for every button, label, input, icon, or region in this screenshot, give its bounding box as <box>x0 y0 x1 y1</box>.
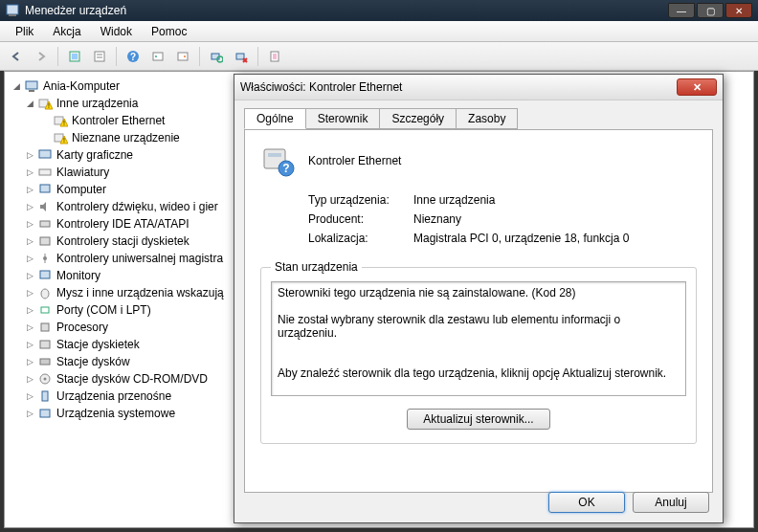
svg-rect-15 <box>236 54 244 59</box>
menu-help[interactable]: Pomoc <box>142 23 196 40</box>
warning-device-icon: ! <box>53 130 68 145</box>
svg-point-39 <box>41 289 49 299</box>
svg-rect-30 <box>39 150 51 158</box>
display-icon <box>37 147 53 163</box>
expand-icon[interactable]: ▷ <box>24 235 35 247</box>
toolbar-icon[interactable] <box>89 46 110 67</box>
tab-strip: Ogólne Sterownik Szczegóły Zasoby <box>244 108 713 130</box>
node-label: Stacje dysków CD-ROM/DVD <box>56 372 208 386</box>
info-row-type: Typ urządzenia: Inne urządzenia <box>308 193 697 207</box>
expand-icon[interactable]: ▷ <box>24 304 35 316</box>
tab-panel-general: ? Kontroler Ethernet Typ urządzenia: Inn… <box>244 129 713 493</box>
sound-icon <box>37 199 53 214</box>
svg-rect-0 <box>7 5 18 14</box>
toolbar-icon[interactable] <box>147 46 168 67</box>
keyboard-icon <box>37 165 53 180</box>
node-label: Procesory <box>56 321 108 334</box>
toolbar-icon[interactable] <box>172 46 193 67</box>
main-titlebar: Menedżer urządzeń — ▢ ✕ <box>0 0 758 21</box>
menu-view[interactable]: Widok <box>91 23 142 40</box>
toolbar-separator <box>199 47 200 66</box>
cpu-icon <box>37 320 53 335</box>
svg-rect-3 <box>72 54 78 59</box>
portable-icon <box>37 388 53 404</box>
dvd-icon <box>37 371 53 387</box>
properties-dialog: Właściwości: Kontroler Ethernet ✕ Ogólne… <box>234 74 724 523</box>
mouse-icon <box>37 285 53 300</box>
dialog-close-button[interactable]: ✕ <box>677 78 717 96</box>
tab-resources[interactable]: Zasoby <box>456 108 518 129</box>
svg-rect-40 <box>41 307 49 313</box>
tab-details[interactable]: Szczegóły <box>379 108 457 129</box>
cancel-button[interactable]: Anuluj <box>633 492 709 513</box>
close-button[interactable]: ✕ <box>725 3 752 18</box>
svg-rect-11 <box>178 53 188 60</box>
node-label: Urządzenia przenośne <box>56 389 171 403</box>
expand-icon[interactable]: ▷ <box>24 356 35 367</box>
expand-icon[interactable]: ▷ <box>24 184 35 195</box>
minimize-button[interactable]: — <box>668 3 695 18</box>
expand-icon[interactable]: ▷ <box>24 253 35 264</box>
svg-point-12 <box>184 55 186 57</box>
window-title: Menedżer urządzeń <box>25 4 666 17</box>
floppy-controller-icon <box>37 233 53 249</box>
node-label: Stacje dysków <box>56 355 130 368</box>
node-label: Kontroler Ethernet <box>72 114 165 127</box>
update-driver-button[interactable]: Aktualizuj sterownik... <box>407 409 549 430</box>
svg-rect-4 <box>95 52 104 61</box>
node-label: Mysz i inne urządzenia wskazują <box>56 286 224 299</box>
node-label: Komputer <box>56 183 106 196</box>
expand-icon[interactable]: ▷ <box>24 166 35 178</box>
expand-icon[interactable]: ▷ <box>24 390 35 402</box>
svg-rect-9 <box>153 53 163 60</box>
toolbar-separator <box>116 47 117 66</box>
node-label: Kontrolery dźwięku, wideo i gier <box>56 200 218 213</box>
toolbar-separator <box>257 47 258 66</box>
expand-icon[interactable]: ▷ <box>24 408 35 419</box>
expand-icon[interactable]: ▷ <box>24 339 35 350</box>
type-value: Inne urządzenia <box>413 193 697 207</box>
svg-rect-20 <box>29 90 34 92</box>
mfr-value: Nieznany <box>413 212 697 226</box>
expand-icon[interactable]: ▷ <box>24 218 35 230</box>
collapse-icon[interactable]: ◢ <box>11 80 22 92</box>
warning-device-icon: ! <box>53 113 68 128</box>
menubar: Plik Akcja Widok Pomoc <box>0 21 758 42</box>
node-label: Stacje dyskietek <box>56 338 140 351</box>
computer-icon <box>24 78 39 94</box>
tab-driver[interactable]: Sterownik <box>305 108 381 129</box>
ide-icon <box>37 216 53 232</box>
forward-button[interactable] <box>31 46 52 67</box>
node-label: Klawiatury <box>56 166 109 179</box>
toolbar-icon[interactable] <box>64 46 85 67</box>
node-label: Ania-Komputer <box>43 79 120 93</box>
maximize-button[interactable]: ▢ <box>697 3 724 18</box>
ok-button[interactable]: OK <box>548 492 625 513</box>
uninstall-button[interactable] <box>231 46 252 67</box>
usb-icon <box>37 251 53 266</box>
app-icon <box>6 4 19 17</box>
expand-icon[interactable]: ▷ <box>24 270 35 281</box>
dialog-titlebar[interactable]: Właściwości: Kontroler Ethernet ✕ <box>234 75 723 100</box>
expand-icon[interactable]: ▷ <box>24 201 35 212</box>
node-label: Porty (COM i LPT) <box>56 303 151 317</box>
device-name: Kontroler Ethernet <box>308 154 401 167</box>
menu-file[interactable]: Plik <box>6 23 43 40</box>
toolbar-icon[interactable] <box>264 46 285 67</box>
tab-general[interactable]: Ogólne <box>244 108 306 129</box>
disk-icon <box>37 354 53 369</box>
expand-icon[interactable]: ▷ <box>24 287 35 299</box>
expand-icon[interactable]: ▷ <box>24 321 35 333</box>
node-label: Nieznane urządzenie <box>72 131 180 144</box>
help-button[interactable]: ? <box>123 46 144 67</box>
svg-text:?: ? <box>130 52 136 62</box>
collapse-icon[interactable]: ◢ <box>24 98 35 109</box>
expand-icon[interactable]: ▷ <box>24 373 35 385</box>
status-text[interactable] <box>271 281 686 396</box>
svg-text:?: ? <box>282 162 289 175</box>
expand-icon[interactable]: ▷ <box>24 149 35 161</box>
menu-action[interactable]: Akcja <box>43 23 90 40</box>
monitor-icon <box>37 268 53 283</box>
scan-hardware-button[interactable] <box>206 46 227 67</box>
back-button[interactable] <box>6 46 27 67</box>
